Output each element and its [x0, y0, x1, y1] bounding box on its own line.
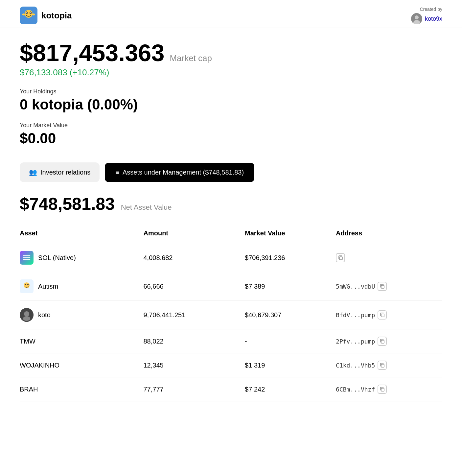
- asset-cell-2: koto: [20, 301, 137, 329]
- copy-icon[interactable]: [336, 253, 345, 262]
- brand: kotopia: [20, 7, 72, 24]
- address-cell-2: BfdV...pump: [336, 301, 442, 329]
- autism-icon: [20, 279, 34, 293]
- creator-profile: koto9x: [411, 13, 442, 24]
- address-text: C1kd...Vhb5: [336, 362, 375, 369]
- market-value-value: $0.00: [20, 130, 442, 147]
- asset-cell-0: SOL (Native): [20, 244, 137, 272]
- asset-name: SOL (Native): [38, 254, 76, 262]
- created-by-label: Created by: [420, 7, 442, 12]
- app-logo: [20, 7, 37, 24]
- asset-name: WOJAKINHO: [20, 362, 59, 369]
- asset-name: Autism: [38, 283, 58, 290]
- address-cell-5: 6CBm...Vhzf: [336, 377, 442, 401]
- market-cap-value: $817,453.363: [20, 41, 164, 65]
- market-cap-change: $76,133.083 (+10.27%): [20, 67, 442, 78]
- market-value-cell-5: $7.242: [238, 377, 336, 401]
- asset-name: TMW: [20, 338, 35, 345]
- assets-table: Asset Amount Market Value Address SOL (N…: [20, 226, 442, 401]
- asset-cell-1: Autism: [20, 272, 137, 301]
- holdings-label: Your Holdings: [20, 88, 442, 95]
- svg-point-21: [24, 311, 29, 317]
- table-row: TMW88,022-2Pfv...pump: [20, 329, 442, 353]
- amount-cell-2: 9,706,441.251: [137, 301, 238, 329]
- svg-rect-19: [381, 285, 384, 288]
- list-icon: ≡: [115, 169, 119, 176]
- table-row: BRAH77,777$7.2426CBm...Vhzf: [20, 377, 442, 401]
- svg-point-6: [22, 13, 25, 15]
- market-value-cell-0: $706,391.236: [238, 244, 336, 272]
- svg-point-4: [26, 12, 27, 13]
- market-value-cell-3: -: [238, 329, 336, 353]
- nav-label: Net Asset Value: [121, 203, 172, 211]
- svg-rect-25: [381, 364, 384, 367]
- creator-link[interactable]: koto9x: [425, 15, 442, 22]
- table-row: WOJAKINHO12,345$1.319C1kd...Vhb5: [20, 353, 442, 377]
- aum-label: Assets under Management ($748,581.83): [123, 169, 244, 176]
- market-value-cell-4: $1.319: [238, 353, 336, 377]
- nav-value: $748,581.83: [20, 194, 115, 213]
- action-buttons: 👥 Investor relations ≡ Assets under Mana…: [20, 162, 442, 182]
- aum-button[interactable]: ≡ Assets under Management ($748,581.83): [105, 163, 254, 182]
- copy-icon[interactable]: [378, 361, 387, 370]
- people-icon: 👥: [29, 168, 37, 176]
- header: kotopia Created by koto9x: [0, 0, 462, 28]
- col-header-amount: Amount: [137, 226, 238, 244]
- holdings-value: 0 kotopia (0.00%): [20, 96, 442, 113]
- svg-rect-23: [381, 314, 384, 317]
- address-text: 2Pfv...pump: [336, 338, 375, 345]
- svg-point-9: [415, 15, 419, 19]
- svg-rect-14: [339, 257, 342, 260]
- asset-name: BRAH: [20, 386, 38, 393]
- creator-info-section: Created by koto9x: [411, 7, 442, 24]
- address-cell-1: 5mWG...vdbU: [336, 272, 442, 301]
- amount-cell-4: 12,345: [137, 353, 238, 377]
- copy-icon[interactable]: [378, 282, 387, 291]
- market-value-section: Your Market Value $0.00: [20, 122, 442, 147]
- market-value-cell-2: $40,679.307: [238, 301, 336, 329]
- main-content: $817,453.363 Market cap $76,133.083 (+10…: [0, 28, 462, 415]
- col-header-asset: Asset: [20, 226, 137, 244]
- amount-cell-1: 66,666: [137, 272, 238, 301]
- address-text: 5mWG...vdbU: [336, 283, 375, 290]
- market-cap-label: Market cap: [170, 53, 212, 63]
- nav-section: $748,581.83 Net Asset Value: [20, 194, 442, 214]
- svg-rect-26: [381, 388, 384, 391]
- table-row: koto9,706,441.251$40,679.307BfdV...pump: [20, 301, 442, 329]
- amount-cell-0: 4,008.682: [137, 244, 238, 272]
- address-cell-3: 2Pfv...pump: [336, 329, 442, 353]
- svg-rect-24: [381, 340, 384, 343]
- col-header-address: Address: [336, 226, 442, 244]
- copy-icon[interactable]: [378, 337, 387, 346]
- svg-point-5: [30, 12, 31, 13]
- svg-point-18: [27, 284, 29, 285]
- koto-icon: [20, 308, 34, 322]
- svg-point-7: [32, 13, 35, 15]
- asset-cell-4: WOJAKINHO: [20, 353, 137, 377]
- amount-cell-3: 88,022: [137, 329, 238, 353]
- asset-cell-5: BRAH: [20, 377, 137, 401]
- copy-icon[interactable]: [378, 310, 387, 320]
- col-header-market-value: Market Value: [238, 226, 336, 244]
- creator-avatar: [411, 13, 422, 24]
- investor-relations-label: Investor relations: [40, 169, 90, 176]
- table-row: Autism66,666$7.3895mWG...vdbU: [20, 272, 442, 301]
- market-value-label: Your Market Value: [20, 122, 442, 129]
- holdings-section: Your Holdings 0 kotopia (0.00%): [20, 88, 442, 113]
- app-name: kotopia: [41, 11, 72, 21]
- asset-name: koto: [38, 311, 51, 319]
- address-cell-0: [336, 244, 442, 272]
- market-value-cell-1: $7.389: [238, 272, 336, 301]
- investor-relations-button[interactable]: 👥 Investor relations: [20, 162, 100, 182]
- market-cap-row: $817,453.363 Market cap: [20, 41, 442, 65]
- asset-cell-3: TMW: [20, 329, 137, 353]
- address-text: 6CBm...Vhzf: [336, 386, 375, 393]
- address-text: BfdV...pump: [336, 312, 375, 319]
- table-row: SOL (Native)4,008.682$706,391.236: [20, 244, 442, 272]
- amount-cell-5: 77,777: [137, 377, 238, 401]
- svg-point-17: [25, 284, 26, 285]
- svg-point-22: [23, 316, 30, 321]
- sol-icon: [20, 251, 34, 265]
- copy-icon[interactable]: [378, 385, 387, 394]
- address-cell-4: C1kd...Vhb5: [336, 353, 442, 377]
